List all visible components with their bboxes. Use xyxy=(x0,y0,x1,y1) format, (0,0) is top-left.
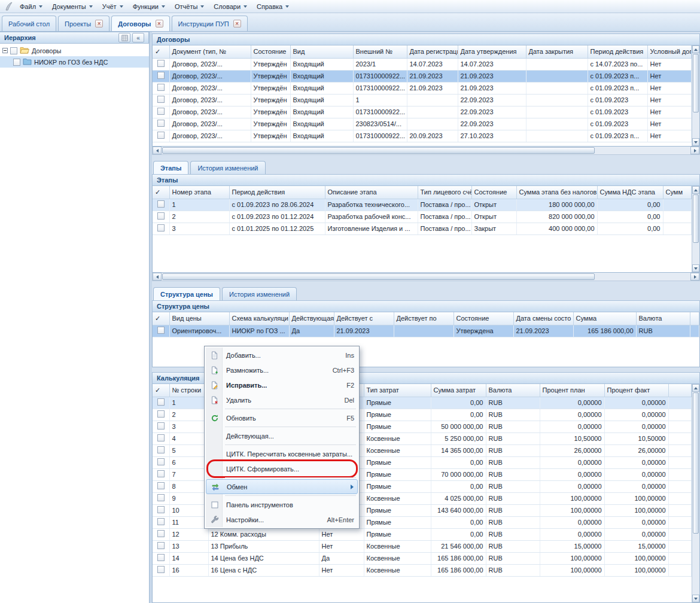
column-header[interactable]: Вид цены xyxy=(169,312,229,325)
context-menu-item-delete[interactable]: Удалить Del xyxy=(206,392,358,407)
row-checkbox[interactable] xyxy=(157,434,165,441)
calculation-vertical-scrollbar[interactable] xyxy=(692,384,699,602)
column-header[interactable]: Период действия xyxy=(229,186,325,199)
column-header[interactable]: Сумма затрат xyxy=(431,384,486,397)
tab-contracts[interactable]: Договоры× xyxy=(111,16,169,31)
row-checkbox[interactable] xyxy=(157,542,165,549)
tree-node-checkbox[interactable] xyxy=(10,47,17,54)
scroll-left-icon[interactable] xyxy=(153,147,162,154)
row-checkbox[interactable] xyxy=(157,458,165,465)
table-row[interactable]: Ориентировоч...НИОКР по ГОЗ ...Да21.09.2… xyxy=(153,325,699,337)
scroll-down-icon[interactable] xyxy=(692,595,699,602)
tab-stages-history[interactable]: История изменений xyxy=(190,161,265,174)
context-menu-item-refresh[interactable]: Обновить F5 xyxy=(206,410,358,425)
scrollbar-thumb[interactable] xyxy=(693,392,699,534)
row-checkbox[interactable] xyxy=(157,554,165,561)
context-menu-item-edit[interactable]: Исправить... F2 xyxy=(206,377,358,392)
scroll-up-icon[interactable] xyxy=(692,186,699,194)
table-row[interactable]: 2с 01.09.2023 по 01.12.2024Разработка ра… xyxy=(153,211,692,223)
table-row[interactable]: Договор, 2023/...УтверждёнВходящий017310… xyxy=(153,70,692,82)
row-checkbox[interactable] xyxy=(157,72,165,79)
menu-functions[interactable]: Функции xyxy=(128,1,170,12)
row-checkbox[interactable] xyxy=(157,410,165,418)
menu-dictionaries[interactable]: Словари xyxy=(209,1,252,12)
table-row[interactable]: Договор, 2023/...УтверждёнВходящий017310… xyxy=(153,106,692,118)
tab-instructions-pup[interactable]: Инструкции ПУП× xyxy=(172,16,248,31)
tree-node-checkbox[interactable] xyxy=(13,59,20,66)
context-menu-item-citk-generate[interactable]: ЦИТК. Сформировать... xyxy=(206,461,358,476)
column-header[interactable]: Валюта xyxy=(636,312,690,325)
scrollbar-thumb[interactable] xyxy=(162,147,595,154)
column-header[interactable]: Дата утверждения xyxy=(458,45,526,58)
row-checkbox[interactable] xyxy=(157,327,165,334)
menu-reports[interactable]: Отчёты xyxy=(170,1,209,12)
row-checkbox[interactable] xyxy=(157,120,165,127)
scroll-down-icon[interactable] xyxy=(692,264,699,272)
column-header[interactable]: Действует с xyxy=(334,312,394,325)
column-header[interactable]: Сумма xyxy=(573,312,636,325)
column-header[interactable]: ✓ xyxy=(153,384,169,397)
column-header[interactable]: Процент факт xyxy=(604,384,668,397)
tab-projects[interactable]: Проекты× xyxy=(58,16,109,31)
column-header[interactable]: Номер этапа xyxy=(169,186,229,199)
context-menu-item-toolbar[interactable]: Панель инструментов xyxy=(206,497,358,512)
row-checkbox[interactable] xyxy=(157,60,165,67)
scroll-up-icon[interactable] xyxy=(692,45,699,53)
row-checkbox[interactable] xyxy=(157,494,165,501)
column-header[interactable]: Действующая xyxy=(289,312,334,325)
row-checkbox[interactable] xyxy=(157,96,165,103)
column-header[interactable]: Состояние xyxy=(471,186,516,199)
column-header[interactable]: Документ (тип, № xyxy=(169,45,251,58)
row-checkbox[interactable] xyxy=(157,108,165,115)
tab-price-structure[interactable]: Структура цены xyxy=(153,287,220,300)
context-menu-item-duplicate[interactable]: Размножить... Ctrl+F3 xyxy=(206,363,358,377)
row-checkbox[interactable] xyxy=(157,224,165,232)
column-header[interactable]: Действует по xyxy=(394,312,454,325)
row-checkbox[interactable] xyxy=(157,566,165,573)
column-header[interactable]: Внешний № xyxy=(353,45,407,58)
column-header[interactable]: Сумма этапа без налогов xyxy=(516,186,597,199)
table-row[interactable]: 1616 Цена с НДСНетКосвенные165 186 000,0… xyxy=(153,564,692,576)
column-header[interactable]: Схема калькуляци xyxy=(229,312,289,325)
contracts-vertical-scrollbar[interactable] xyxy=(692,45,699,146)
column-header[interactable]: Дата регистрации xyxy=(407,45,458,58)
menu-accounting[interactable]: Учёт xyxy=(98,1,128,12)
table-row[interactable]: 1414 Цена без НДСДаКосвенные165 186 000,… xyxy=(153,552,692,564)
scroll-left-icon[interactable] xyxy=(153,273,162,281)
stages-vertical-scrollbar[interactable] xyxy=(692,186,699,272)
table-row[interactable]: Договор, 2023/...УтверждёнВходящий230823… xyxy=(153,118,692,130)
row-checkbox[interactable] xyxy=(157,132,165,139)
column-header[interactable]: ✓ xyxy=(153,186,169,199)
row-checkbox[interactable] xyxy=(157,398,165,406)
hierarchy-grid-icon[interactable] xyxy=(118,33,130,42)
scrollbar-thumb[interactable] xyxy=(693,54,699,112)
table-row[interactable]: 3с 01.01.2025 по 01.12.2025Изготовление … xyxy=(153,223,692,234)
column-header[interactable]: Тип лицевого счёт xyxy=(418,186,471,199)
close-icon[interactable]: × xyxy=(233,20,241,28)
column-header[interactable]: Дата закрытия xyxy=(526,45,588,58)
tab-stages[interactable]: Этапы xyxy=(153,161,188,174)
context-menu-item-citk-recalc[interactable]: ЦИТК. Пересчитать косвенные затраты... xyxy=(206,446,358,461)
context-menu-item-settings[interactable]: Настройки... Alt+Enter xyxy=(206,512,358,527)
column-header[interactable]: Процент план xyxy=(540,384,604,397)
column-header[interactable]: Дата смены состо xyxy=(513,312,573,325)
column-header[interactable]: Состояние xyxy=(454,312,513,325)
tab-price-history[interactable]: История изменений xyxy=(222,287,297,300)
contracts-horizontal-scrollbar[interactable] xyxy=(152,147,700,155)
context-menu-item-add[interactable]: Добавить... Ins xyxy=(206,348,358,363)
column-header[interactable]: Сумма НДС этапа xyxy=(597,186,663,199)
scrollbar-thumb[interactable] xyxy=(693,194,699,243)
column-header[interactable]: № строки xyxy=(169,384,208,397)
table-row[interactable]: 1с 01.09.2023 по 28.06.2024Разработка те… xyxy=(153,199,692,211)
column-header[interactable]: Сумм xyxy=(663,186,692,199)
context-menu-item-current[interactable]: Действующая... xyxy=(206,428,358,443)
row-checkbox[interactable] xyxy=(157,84,165,91)
row-checkbox[interactable] xyxy=(157,446,165,453)
scroll-up-icon[interactable] xyxy=(692,384,699,392)
row-checkbox[interactable] xyxy=(157,470,165,477)
column-header[interactable]: Описание этапа xyxy=(325,186,418,199)
close-icon[interactable]: × xyxy=(95,20,103,28)
tree-node-niokr[interactable]: НИОКР по ГОЗ без НДС xyxy=(0,56,149,68)
context-menu-item-exchange[interactable]: Обмен xyxy=(206,479,358,494)
column-header[interactable]: Вид xyxy=(290,45,353,58)
